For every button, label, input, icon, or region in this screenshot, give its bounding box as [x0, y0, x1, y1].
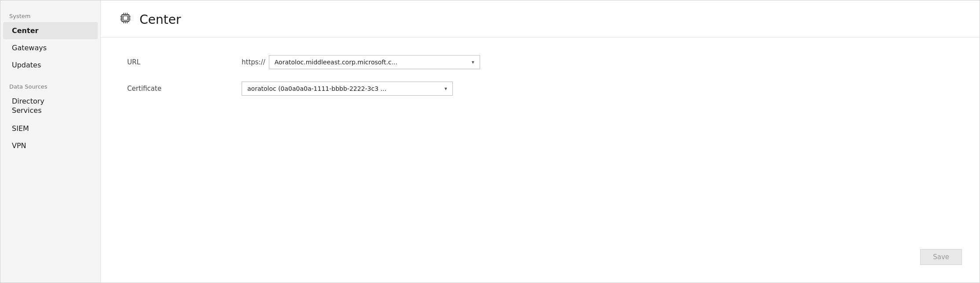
main-content: Center URL https:// Aoratoloc.middleeast… — [101, 0, 980, 283]
sidebar-item-updates[interactable]: Updates — [3, 56, 98, 74]
sidebar-item-directory-services[interactable]: DirectoryServices — [3, 93, 98, 120]
url-prefix: https:// — [242, 58, 265, 66]
url-dropdown[interactable]: Aoratoloc.middleeast.corp.microsoft.c...… — [269, 55, 480, 69]
certificate-row: Certificate aoratoloc (0a0a0a0a-1111-bbb… — [127, 82, 953, 96]
save-button[interactable]: Save — [920, 249, 962, 265]
sidebar-item-gateways[interactable]: Gateways — [3, 39, 98, 56]
page-title: Center — [139, 12, 181, 27]
sidebar-section-system: System — [0, 8, 100, 22]
sidebar-item-siem[interactable]: SIEM — [3, 120, 98, 137]
sidebar-item-center[interactable]: Center — [3, 22, 98, 39]
url-dropdown-text: Aoratoloc.middleeast.corp.microsoft.c... — [275, 59, 467, 66]
page-header: Center — [101, 0, 980, 37]
url-label: URL — [127, 58, 242, 66]
url-dropdown-arrow-icon: ▾ — [472, 59, 474, 65]
certificate-dropdown-text: aoratoloc (0a0a0a0a-1111-bbbb-2222-3c3 .… — [247, 85, 440, 92]
form-area: URL https:// Aoratoloc.middleeast.corp.m… — [101, 37, 980, 283]
certificate-dropdown[interactable]: aoratoloc (0a0a0a0a-1111-bbbb-2222-3c3 .… — [242, 82, 453, 96]
url-field-group: https:// Aoratoloc.middleeast.corp.micro… — [242, 55, 480, 69]
svg-rect-1 — [123, 16, 128, 20]
certificate-label: Certificate — [127, 85, 242, 93]
sidebar-section-data-sources: Data Sources — [0, 79, 100, 93]
sidebar: System Center Gateways Updates Data Sour… — [0, 0, 101, 283]
chip-icon — [118, 11, 132, 28]
certificate-dropdown-arrow-icon: ▾ — [444, 86, 447, 92]
url-row: URL https:// Aoratoloc.middleeast.corp.m… — [127, 55, 953, 69]
sidebar-item-vpn[interactable]: VPN — [3, 137, 98, 154]
